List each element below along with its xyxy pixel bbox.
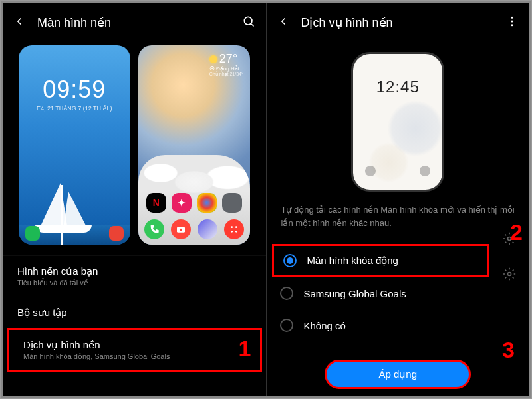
svg-point-10: [511, 24, 513, 26]
app-pink-icon: ✦: [172, 193, 192, 213]
gear-icon[interactable]: [503, 267, 516, 281]
wallpaper-settings-screen: Màn hình nền 09:59 E4, 21 THÁNG 7 (12 TH…: [3, 3, 267, 396]
camera-icon: [171, 219, 191, 239]
weather-widget: 27° ⦿ Đặng Hải Chủ nhật 21/34°: [209, 52, 243, 77]
settings-list: Hình nền của bạn Tiêu biểu và đã tải về …: [3, 255, 266, 372]
radio-icon[interactable]: [280, 287, 293, 300]
back-icon[interactable]: [277, 15, 289, 30]
lock-date: E4, 21 THÁNG 7 (12 TH.ÂL): [37, 105, 112, 112]
header: Màn hình nền: [3, 3, 266, 39]
mock-time: 12:45: [376, 78, 420, 96]
option-global-goals[interactable]: Samsung Global Goals: [267, 277, 530, 309]
list-item-your-wallpaper[interactable]: Hình nền của bạn Tiêu biểu và đã tải về: [3, 255, 266, 297]
callout-1: 1: [239, 336, 251, 362]
home-dock: [138, 219, 250, 239]
camera-shortcut-icon: [420, 166, 430, 176]
apply-button[interactable]: Áp dụng: [325, 360, 471, 389]
radio-icon[interactable]: [280, 319, 293, 332]
page-title: Dịch vụ hình nền: [301, 15, 494, 30]
page-title: Màn hình nền: [37, 15, 230, 30]
svg-point-7: [235, 231, 237, 233]
app-colorwheel-icon: [197, 193, 217, 213]
list-item-collection[interactable]: Bộ sưu tập: [3, 297, 266, 328]
camera-shortcut-icon: [109, 226, 124, 241]
phone-shortcut-icon: [365, 166, 376, 176]
sun-icon: [209, 55, 217, 63]
option-dynamic-lock[interactable]: Màn hình khóa động: [272, 244, 490, 277]
svg-point-8: [511, 17, 513, 19]
lock-screen-mock: 12:45: [351, 52, 444, 192]
svg-point-12: [508, 273, 511, 276]
home-screen-preview[interactable]: 27° ⦿ Đặng Hải Chủ nhật 21/34° N ✦: [138, 45, 250, 245]
svg-point-9: [511, 21, 513, 23]
lock-screen-preview[interactable]: 09:59 E4, 21 THÁNG 7 (12 TH.ÂL): [19, 45, 130, 245]
description-text: Tự động tải các hình nền Màn hình khóa m…: [267, 203, 530, 244]
browser-icon: [198, 219, 217, 239]
app-folder-icon: [222, 193, 242, 213]
search-icon[interactable]: [242, 15, 255, 31]
phone-shortcut-icon: [25, 226, 40, 241]
svg-point-0: [244, 17, 252, 25]
list-item-wallpaper-service[interactable]: Dịch vụ hình nền Màn hình khóa động, Sam…: [7, 328, 262, 372]
callout-2: 2: [510, 219, 523, 245]
apps-icon: [224, 219, 244, 239]
header: Dịch vụ hình nền: [267, 3, 530, 39]
wallpaper-previews: 09:59 E4, 21 THÁNG 7 (12 TH.ÂL) 27°: [3, 39, 266, 255]
option-none[interactable]: Không có: [267, 309, 530, 341]
home-apps-row: N ✦: [138, 193, 250, 213]
wallpaper-service-screen: Dịch vụ hình nền 12:45 Tự động tải các h…: [267, 3, 530, 396]
svg-point-4: [231, 226, 233, 228]
svg-point-3: [180, 229, 182, 231]
lock-time: 09:59: [43, 76, 106, 104]
phone-icon: [144, 219, 164, 239]
svg-line-1: [251, 24, 253, 27]
svg-point-5: [235, 226, 237, 228]
more-icon[interactable]: [505, 15, 519, 31]
svg-point-6: [231, 231, 233, 233]
radio-icon[interactable]: [283, 254, 297, 267]
callout-3: 3: [502, 337, 515, 363]
netflix-icon: N: [146, 193, 166, 213]
back-icon[interactable]: [13, 15, 25, 30]
